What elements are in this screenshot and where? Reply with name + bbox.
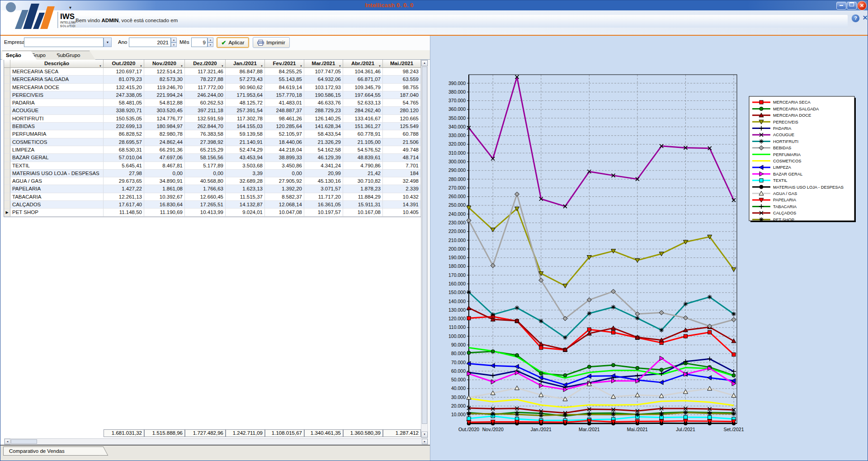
cell-value: 90.960,62 xyxy=(226,84,265,91)
hscroll-thumb[interactable] xyxy=(11,439,37,444)
ano-spin-up-icon[interactable]: ▲ xyxy=(171,38,177,43)
column-filter-icon[interactable]: ▼ xyxy=(260,62,263,68)
grid-row-pet-shop[interactable]: ▶PET SHOP11.148,5011.190,6910.413,999.02… xyxy=(4,209,421,216)
cell-value: 151.361,27 xyxy=(343,123,383,130)
logo-dropdown-icon[interactable]: ▾ xyxy=(69,5,71,10)
grid-row-bazar-geral[interactable]: BAZAR GERAL57.010,0447.697,0658.156,5643… xyxy=(4,154,421,162)
row-indicator xyxy=(4,76,10,83)
grid-vertical-scrollbar[interactable]: ▲ ▼ xyxy=(421,60,428,438)
grid-row-tabacaria[interactable]: TABACARIA12.261,1310.392,6712.660,4511.5… xyxy=(4,193,421,201)
svg-text:90.000: 90.000 xyxy=(451,342,466,347)
cell-value: 81.079,23 xyxy=(104,76,144,83)
cell-value: 11.884,29 xyxy=(343,193,383,201)
column-filter-icon[interactable]: ▼ xyxy=(140,62,142,68)
empresa-combobox[interactable] xyxy=(24,38,104,47)
column-filter-icon[interactable]: ▼ xyxy=(339,62,341,68)
grid-row-mercearia-salgada[interactable]: MERCEARIA SALGADA81.079,2382.573,3078.22… xyxy=(4,76,421,83)
column-filter-icon[interactable]: ▼ xyxy=(180,62,183,68)
ano-spinner[interactable]: ▲▼ xyxy=(171,38,177,47)
grid-row-mercearia-seca[interactable]: MERCEARIA SECA120.697,17122.514,21117.32… xyxy=(4,68,421,76)
grid-header-abr-2021[interactable]: Abr./2021▼ xyxy=(343,60,383,68)
minimize-button[interactable] xyxy=(836,2,846,10)
maximize-icon xyxy=(849,2,854,6)
grid-row-textil[interactable]: TEXTIL5.645,418.467,815.177,893.503,683.… xyxy=(4,162,421,170)
legend-label: BEBIDAS xyxy=(773,146,791,150)
grid-row-limpeza[interactable]: LIMPEZA68.530,3166.291,3665.215,2952.474… xyxy=(4,146,421,154)
grid-row-mercearia-doce[interactable]: MERCEARIA DOCE132.415,20119.246,70117.77… xyxy=(4,84,421,91)
close-button[interactable]: ✕ xyxy=(857,1,867,10)
cell-value: 17.265,51 xyxy=(185,201,226,209)
tab-subgrupo[interactable]: SubGrupo xyxy=(53,51,95,60)
ano-spin-field[interactable] xyxy=(129,38,171,47)
grid-horizontal-scrollbar[interactable]: ◄ ► xyxy=(4,438,428,445)
cell-value: 66.291,36 xyxy=(144,146,185,154)
welcome-message: Bem vindo ADMIN, você está conectado em xyxy=(75,18,178,23)
mes-spinner[interactable]: ▲▼ xyxy=(208,38,213,47)
panel-close-button[interactable]: ✕ xyxy=(861,14,868,22)
total-nov-2020: 1.515.888,96 xyxy=(144,429,185,437)
column-filter-icon[interactable]: ▼ xyxy=(221,62,224,68)
grid-row-agua-gas[interactable]: AGUA / GAS29.673,6534.890,9140.568,8032.… xyxy=(4,177,421,185)
cell-value: 27.905,92 xyxy=(265,177,304,185)
cell-value: 98.243 xyxy=(383,68,421,76)
row-indicator xyxy=(4,146,10,154)
imprimir-button[interactable]: Imprimir xyxy=(253,37,290,48)
row-indicator xyxy=(4,99,10,107)
grid-row-padaria[interactable]: PADARIA58.481,0554.812,8860.262,5348.125… xyxy=(4,99,421,107)
tab-comparativo-de-vendas[interactable]: Comparativo de Vendas xyxy=(3,447,102,456)
grid-row-papelaria[interactable]: PAPELARIA1.427,221.861,081.766,631.623,1… xyxy=(4,185,421,193)
tab-secao[interactable]: Seção xyxy=(2,51,37,60)
mes-spin-field[interactable] xyxy=(191,38,208,47)
grid-header-mar-2021[interactable]: Mar./2021▼ xyxy=(304,60,343,68)
svg-text:110.000: 110.000 xyxy=(449,324,466,330)
ano-spin-down-icon[interactable]: ▼ xyxy=(171,43,177,48)
help-button[interactable]: ? xyxy=(851,14,860,23)
svg-text:380.000: 380.000 xyxy=(448,89,466,95)
grid-header-out-2020[interactable]: Out./2020▼ xyxy=(104,60,144,68)
scroll-right-icon[interactable]: ► xyxy=(422,439,428,444)
scroll-up-icon[interactable]: ▲ xyxy=(421,60,428,66)
grid-row-cosmeticos[interactable]: COSMETICOS28.695,5724.862,4427.398,9221.… xyxy=(4,138,421,146)
cell-value: 40.568,80 xyxy=(185,177,226,185)
cell-value: 32.498 xyxy=(383,177,421,185)
empresa-label: Empresa xyxy=(4,39,25,45)
grid-header-descri-o[interactable]: Descrição▼ xyxy=(10,60,104,68)
aplicar-button[interactable]: ✔ Aplicar xyxy=(217,37,249,48)
cell-value: 65.215,29 xyxy=(185,146,226,154)
grid-row-acougue[interactable]: ACOUGUE338.920,71303.520,45397.211,18257… xyxy=(4,107,421,114)
grid-row-pereciveis[interactable]: PERECIVEIS247.338,05221.994,24246.244,00… xyxy=(4,91,421,99)
grid-row-materiais-uso-loja-despesas[interactable]: MATERIAIS USO LOJA - DESPESAS27,980,000,… xyxy=(4,170,421,177)
grid-header-dez-2020[interactable]: Dez./2020▼ xyxy=(185,60,226,68)
scroll-down-icon[interactable]: ▼ xyxy=(421,432,428,437)
legend-label: BAZAR GERAL xyxy=(773,172,802,176)
cell-value: 3.503,68 xyxy=(226,162,265,170)
maximize-button[interactable] xyxy=(847,2,857,10)
mes-spin-down-icon[interactable]: ▼ xyxy=(208,43,213,48)
grid-row-cal-ados[interactable]: CALÇADOS17.617,4016.830,6417.265,5114.13… xyxy=(4,201,421,209)
column-filter-icon[interactable]: ▼ xyxy=(300,62,302,68)
scroll-left-icon[interactable]: ◄ xyxy=(5,439,10,444)
cell-value: 58.433,54 xyxy=(304,130,343,138)
grid-row-bebidas[interactable]: BEBIDAS232.699,13180.984,97262.844,70164… xyxy=(4,123,421,130)
column-filter-icon[interactable]: ▼ xyxy=(378,62,381,68)
cell-value: 48.714 xyxy=(383,154,421,162)
svg-text:230.000: 230.000 xyxy=(448,220,466,225)
chart-panel: 10.00020.00030.00040.00050.00060.00070.0… xyxy=(430,36,868,461)
svg-text:Mar./2021: Mar./2021 xyxy=(579,427,600,432)
chart-legend: MERCEARIA SECAMERCEARIA SALGADAMERCEARIA… xyxy=(749,96,856,222)
grid-header-nov-2020[interactable]: Nov./2020▼ xyxy=(144,60,185,68)
svg-text:180.000: 180.000 xyxy=(448,263,466,269)
grid-row-perfumaria[interactable]: PERFUMARIA86.828,5282.980,7876.383,5859.… xyxy=(4,130,421,138)
empresa-dropdown-icon[interactable]: ▼ xyxy=(104,38,112,47)
svg-text:20.000: 20.000 xyxy=(451,403,466,409)
mes-spin-up-icon[interactable]: ▲ xyxy=(208,38,213,43)
column-filter-icon[interactable]: ▼ xyxy=(99,62,102,68)
vscroll-thumb[interactable] xyxy=(422,67,427,424)
grid-row-hortifruti[interactable]: HORTIFRUTI150.535,05124.776,77132.591,59… xyxy=(4,115,421,123)
cell-value: 66.871,07 xyxy=(343,76,383,83)
cell-descricao: PERECIVEIS xyxy=(10,91,104,99)
grid-header-mai-2021[interactable]: Mai./2021 xyxy=(383,60,421,68)
cell-value: 57.010,04 xyxy=(104,154,144,162)
grid-header-fev-2021[interactable]: Fev./2021▼ xyxy=(265,60,304,68)
grid-header-jan-2021[interactable]: Jan./2021▼ xyxy=(226,60,265,68)
